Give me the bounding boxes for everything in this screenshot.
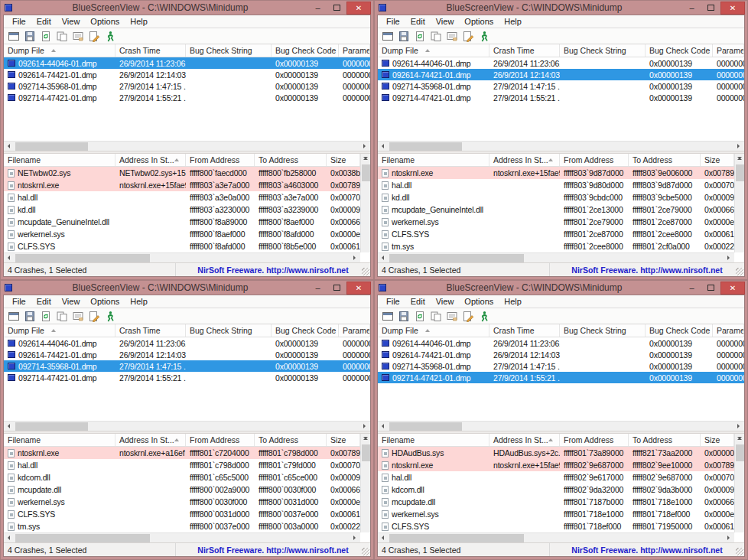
dump-row[interactable]: 092714-35968-01.dmp27/9/2014 1:47:15 ...… [4, 360, 370, 372]
menu-edit[interactable]: Edit [31, 17, 57, 26]
save-icon[interactable] [22, 310, 37, 323]
driver-row[interactable]: CLFS.SYSfffff800`0031d000fffff800`0037e0… [4, 508, 360, 520]
column-header-size[interactable]: Size [327, 434, 360, 446]
minimize-button[interactable]: – [308, 2, 327, 15]
column-header-bug-check-string[interactable]: Bug Check String [186, 324, 272, 337]
menu-help[interactable]: Help [125, 297, 153, 306]
resize-grip[interactable] [362, 548, 369, 555]
find-icon[interactable] [86, 30, 101, 43]
column-header-from-address[interactable]: From Address [560, 154, 629, 166]
scroll-right-icon[interactable] [360, 422, 370, 431]
column-header-address-in-stack[interactable]: Address In St... [489, 154, 560, 166]
column-header-size[interactable]: Size [327, 154, 360, 166]
dump-row[interactable]: 092714-47421-01.dmp27/9/2014 1:55:21 ...… [4, 372, 370, 383]
dump-row[interactable]: 092614-74421-01.dmp26/9/2014 12:14:03...… [378, 69, 744, 80]
dump-horizontal-scrollbar[interactable] [4, 141, 370, 151]
scroll-left-icon[interactable] [378, 422, 388, 431]
scroll-left-icon[interactable] [378, 533, 388, 542]
driver-row[interactable]: werkernel.sysfffff801`2ce79000fffff801`2… [378, 216, 734, 228]
driver-row[interactable]: kdcom.dllfffff802`9da32000fffff802`9da3b… [378, 483, 734, 496]
scroll-right-icon[interactable] [360, 142, 370, 151]
menu-file[interactable]: File [381, 297, 405, 306]
column-header-address-in-stack[interactable]: Address In St... [115, 154, 186, 166]
menu-edit[interactable]: Edit [31, 297, 57, 306]
driver-row[interactable]: ntoskrnl.exentoskrnl.exe+15fae9fffff802`… [378, 459, 734, 471]
column-header-crash-time[interactable]: Crash Time [115, 44, 186, 57]
scroll-right-icon[interactable] [724, 253, 734, 262]
scroll-left-icon[interactable] [4, 142, 14, 151]
driver-row[interactable]: CLFS.SYSfffff801`718ef000fffff801`719500… [378, 520, 734, 532]
dump-row[interactable]: 092714-47421-01.dmp27/9/2014 1:55:21 ...… [4, 92, 370, 103]
maximize-button[interactable] [327, 2, 346, 15]
titlebar[interactable]: BlueScreenView - C:\WINDOWS\Minidump – ✕ [1, 1, 373, 15]
scrollbar-thumb[interactable] [15, 254, 150, 262]
close-button[interactable]: ✕ [720, 2, 745, 15]
properties-icon[interactable] [70, 310, 85, 323]
advanced-options-icon[interactable] [6, 30, 21, 43]
copy-icon[interactable] [54, 310, 69, 323]
find-icon[interactable] [460, 310, 475, 323]
close-button[interactable]: ✕ [346, 2, 371, 15]
copy-icon[interactable] [428, 310, 443, 323]
menu-view[interactable]: View [57, 297, 86, 306]
maximize-button[interactable] [701, 2, 720, 15]
driver-horizontal-scrollbar[interactable] [4, 532, 360, 542]
dump-row[interactable]: 092714-35968-01.dmp27/9/2014 1:47:15 ...… [378, 360, 744, 372]
driver-row[interactable]: tm.sysfffff801`2cee8000fffff801`2cf0a000… [378, 240, 734, 252]
dump-row[interactable]: 092714-35968-01.dmp27/9/2014 1:47:15 ...… [4, 80, 370, 92]
resize-grip[interactable] [362, 268, 369, 275]
driver-row[interactable]: kdcom.dllfffff801`c65c5000fffff801`c65ce… [4, 471, 360, 483]
column-header-parameter[interactable]: Parameter [339, 324, 370, 337]
advanced-options-icon[interactable] [380, 310, 395, 323]
menu-file[interactable]: File [7, 17, 31, 26]
column-header-address-in-stack[interactable]: Address In St... [115, 434, 186, 446]
driver-row[interactable]: CLFS.SYSfffff800`f8afd000fffff800`f8b5e0… [4, 240, 360, 252]
dump-horizontal-scrollbar[interactable] [4, 421, 370, 431]
status-nirsoft-link[interactable]: NirSoft Freeware. http://www.nirsoft.net [550, 263, 744, 276]
column-header-dump-file[interactable]: Dump File [4, 324, 115, 337]
minimize-button[interactable]: – [682, 282, 701, 295]
driver-row[interactable]: mcupdate.dllfffff800`002a9000fffff800`00… [4, 483, 360, 496]
refresh-icon[interactable] [412, 310, 427, 323]
column-header-from-address[interactable]: From Address [560, 434, 629, 446]
column-header-bug-check-string[interactable]: Bug Check String [560, 44, 646, 57]
menu-options[interactable]: Options [459, 297, 499, 306]
driver-row[interactable]: ntoskrnl.exentoskrnl.exe+15fae9fffff803`… [4, 179, 360, 191]
scroll-left-icon[interactable] [4, 253, 14, 262]
dump-row[interactable]: 092714-35968-01.dmp27/9/2014 1:47:15 ...… [378, 80, 744, 92]
column-header-from-address[interactable]: From Address [186, 434, 255, 446]
dump-row[interactable]: 092614-74421-01.dmp26/9/2014 12:14:03...… [4, 69, 370, 80]
driver-row[interactable]: hal.dllfffff803`a3e0a000fffff803`a3e7a00… [4, 191, 360, 203]
resize-grip[interactable] [736, 268, 743, 275]
driver-row[interactable]: kd.dllfffff803`9cbdc000fffff803`9cbe5000… [378, 191, 734, 203]
driver-row[interactable]: ntoskrnl.exentoskrnl.exe+a16effffff801`c… [4, 447, 360, 459]
find-icon[interactable] [86, 310, 101, 323]
menu-file[interactable]: File [381, 17, 405, 26]
driver-row[interactable]: HDAudBus.sysHDAudBus.sys+2c...fffff801`7… [378, 447, 734, 459]
save-icon[interactable] [396, 30, 411, 43]
driver-vertical-scrollbar[interactable] [734, 434, 744, 532]
scrollbar-thumb[interactable] [389, 254, 524, 262]
column-header-crash-time[interactable]: Crash Time [489, 324, 560, 337]
scroll-right-icon[interactable] [734, 142, 744, 151]
column-header-address-in-stack[interactable]: Address In St... [489, 434, 560, 446]
dump-horizontal-scrollbar[interactable] [378, 421, 744, 431]
scroll-right-icon[interactable] [350, 533, 360, 542]
column-header-crash-time[interactable]: Crash Time [115, 324, 186, 337]
menu-edit[interactable]: Edit [405, 17, 431, 26]
scroll-down-icon[interactable] [735, 154, 744, 252]
scroll-down-icon[interactable] [735, 434, 744, 532]
status-nirsoft-link[interactable]: NirSoft Freeware. http://www.nirsoft.net [550, 543, 744, 556]
column-header-bug-check-code[interactable]: Bug Check Code [646, 44, 713, 57]
advanced-options-icon[interactable] [380, 30, 395, 43]
scroll-right-icon[interactable] [724, 533, 734, 542]
menu-help[interactable]: Help [499, 17, 527, 26]
dump-row[interactable]: 092614-44046-01.dmp26/9/2014 11:23:06...… [378, 337, 744, 349]
driver-row[interactable]: NETwbw02.sysNETwbw02.sys+15...fffff800`f… [4, 167, 360, 179]
column-header-filename[interactable]: Filename [378, 154, 489, 166]
driver-row[interactable]: mcupdate.dllfffff801`7187b000fffff801`71… [378, 496, 734, 508]
column-header-bug-check-code[interactable]: Bug Check Code [272, 324, 339, 337]
driver-row[interactable]: tm.sysfffff800`0037e000fffff800`003a0000… [4, 520, 360, 532]
column-header-to-address[interactable]: To Address [255, 154, 327, 166]
close-button[interactable]: ✕ [346, 282, 371, 295]
